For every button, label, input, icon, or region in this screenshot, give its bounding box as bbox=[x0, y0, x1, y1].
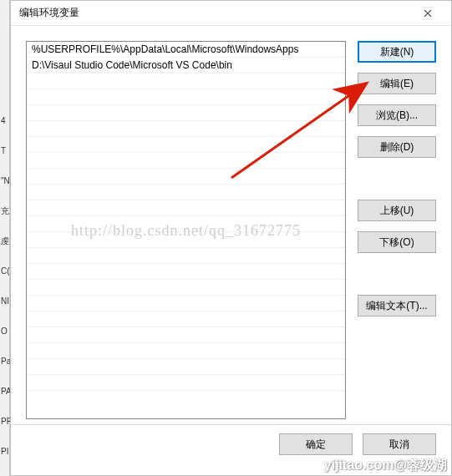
titlebar: 编辑环境变量 bbox=[11, 1, 451, 26]
edit-button[interactable]: 编辑(E) bbox=[358, 73, 436, 94]
main-row: %USERPROFILE%\AppData\Local\Microsoft\Wi… bbox=[26, 41, 436, 419]
list-item[interactable]: %USERPROFILE%\AppData\Local\Microsoft\Wi… bbox=[27, 42, 345, 58]
ok-button[interactable]: 确定 bbox=[279, 433, 353, 455]
list-item[interactable] bbox=[27, 375, 345, 391]
list-item[interactable] bbox=[27, 185, 345, 200]
list-item[interactable] bbox=[27, 89, 345, 105]
list-item[interactable] bbox=[27, 359, 345, 375]
list-item[interactable] bbox=[27, 296, 345, 311]
list-item[interactable] bbox=[27, 137, 345, 153]
background-strip bbox=[0, 0, 10, 476]
list-item[interactable] bbox=[27, 105, 345, 121]
edit-text-button[interactable]: 编辑文本(T)... bbox=[358, 295, 436, 316]
new-button[interactable]: 新建(N) bbox=[358, 41, 436, 63]
close-icon bbox=[424, 9, 432, 18]
list-item[interactable] bbox=[27, 216, 345, 232]
list-item[interactable] bbox=[27, 169, 345, 185]
list-item[interactable] bbox=[27, 264, 345, 280]
browse-button[interactable]: 浏览(B)... bbox=[358, 104, 436, 126]
dialog-footer: 确定 取消 bbox=[26, 425, 436, 463]
move-down-button[interactable]: 下移(O) bbox=[358, 231, 436, 253]
list-item[interactable] bbox=[27, 121, 345, 137]
list-item[interactable] bbox=[27, 232, 345, 248]
list-item[interactable] bbox=[27, 311, 345, 327]
list-item[interactable] bbox=[27, 327, 345, 343]
list-item[interactable] bbox=[27, 248, 345, 264]
list-item[interactable] bbox=[27, 73, 345, 89]
list-item[interactable] bbox=[27, 280, 345, 296]
env-var-dialog: 编辑环境变量 %USERPROFILE%\AppData\Local\Micro… bbox=[10, 0, 452, 476]
dialog-body: %USERPROFILE%\AppData\Local\Microsoft\Wi… bbox=[11, 26, 451, 475]
list-item[interactable] bbox=[27, 343, 345, 359]
list-item[interactable] bbox=[27, 200, 345, 216]
window-title: 编辑环境变量 bbox=[19, 6, 411, 20]
cancel-button[interactable]: 取消 bbox=[363, 433, 436, 455]
list-item[interactable]: D:\Visaul Studio Code\Microsoft VS Code\… bbox=[27, 58, 345, 73]
list-inner: %USERPROFILE%\AppData\Local\Microsoft\Wi… bbox=[27, 42, 345, 418]
close-button[interactable] bbox=[411, 2, 444, 25]
side-buttons: 新建(N) 编辑(E) 浏览(B)... 删除(D) 上移(U) 下移(O) 编… bbox=[358, 41, 436, 419]
move-up-button[interactable]: 上移(U) bbox=[358, 200, 436, 221]
list-item[interactable] bbox=[27, 153, 345, 169]
path-listbox[interactable]: %USERPROFILE%\AppData\Local\Microsoft\Wi… bbox=[26, 41, 346, 419]
delete-button[interactable]: 删除(D) bbox=[358, 136, 436, 158]
